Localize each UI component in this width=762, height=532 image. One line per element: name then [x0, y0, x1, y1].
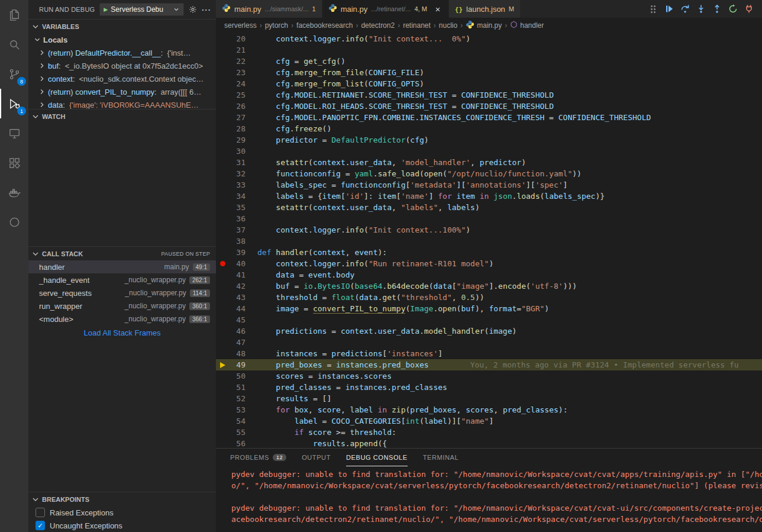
activity-item-source-control[interactable]: 8 [0, 59, 28, 89]
code-line[interactable]: 35 setattr(context.user_data, "labels", … [216, 202, 762, 213]
chevron-right-icon[interactable] [38, 75, 46, 83]
panel-tab-terminal[interactable]: TERMINAL [423, 449, 459, 466]
breakpoint-margin[interactable] [216, 112, 229, 123]
breakpoint-margin[interactable] [216, 134, 229, 146]
code-line[interactable]: 53 for box, score, label in zip(pred_box… [216, 404, 762, 415]
code-line[interactable]: 41 data = event.body [216, 269, 762, 280]
breakpoint-margin[interactable] [216, 157, 229, 168]
activity-item-remote-explorer[interactable] [0, 118, 28, 148]
step-into-button[interactable] [695, 3, 707, 15]
breakpoint-margin[interactable] [216, 404, 229, 415]
code-line[interactable]: 36 [216, 213, 762, 224]
breadcrumb-item[interactable]: facebookresearch [296, 21, 353, 30]
breakpoint-margin[interactable] [216, 337, 229, 348]
variables-scope-row[interactable]: Locals [28, 33, 216, 46]
breakpoint-row[interactable]: ✓Uncaught Exceptions [28, 519, 216, 532]
breakpoints-section-header[interactable]: BREAKPOINTS [28, 492, 216, 506]
watch-section-header[interactable]: WATCH [28, 109, 216, 123]
activity-item-search[interactable] [0, 30, 28, 59]
activity-item-docker[interactable] [0, 178, 28, 207]
stack-frame-row[interactable]: run_wrapper_nuclio_wrapper.py360:1 [28, 299, 216, 312]
breakpoint-margin[interactable] [216, 303, 229, 314]
code-line[interactable]: 30 [216, 146, 762, 157]
step-out-button[interactable] [711, 3, 723, 15]
toolbar-drag-handle[interactable] [647, 3, 659, 15]
breadcrumb-item[interactable]: handler [510, 21, 544, 30]
variable-row[interactable]: (return) DefaultPredictor.__call__:{'ins… [28, 46, 216, 59]
panel-tab-output[interactable]: OUTPUT [302, 449, 331, 466]
step-over-button[interactable] [679, 3, 691, 15]
load-all-stack-frames-link[interactable]: Load All Stack Frames [28, 325, 216, 340]
code-line[interactable]: 55 if score >= threshold: [216, 427, 762, 438]
code-line[interactable]: 48 instances = predictions['instances'] [216, 348, 762, 359]
breadcrumb-item[interactable]: detectron2 [361, 21, 395, 30]
code-line[interactable]: 40 context.logger.info("Run retinanet-R1… [216, 258, 762, 269]
breakpoint-checkbox[interactable]: ✓ [35, 521, 45, 530]
variables-section-header[interactable]: VARIABLES [28, 19, 216, 33]
breakpoint-margin[interactable] [216, 67, 229, 78]
variable-row[interactable]: data:{'image': 'iVBOR0KG=AAAANSUhE… [28, 98, 216, 109]
panel-tab-debug-console[interactable]: DEBUG CONSOLE [346, 449, 408, 466]
code-line[interactable]: 42 buf = io.BytesIO(base64.b64decode(dat… [216, 280, 762, 292]
breakpoint-margin[interactable] [216, 168, 229, 179]
code-line[interactable]: 44 image = convert_PIL_to_numpy(Image.op… [216, 303, 762, 314]
start-debugging-icon[interactable]: ▶ [104, 7, 108, 12]
close-icon[interactable]: × [433, 4, 443, 14]
breadcrumb-item[interactable]: retinanet [403, 21, 431, 30]
code-line[interactable]: 25 cfg.MODEL.RETINANET.SCORE_THRESH_TEST… [216, 89, 762, 101]
activity-item-extensions[interactable] [0, 148, 28, 178]
code-line[interactable]: 56 results.append({ [216, 438, 762, 448]
code-line[interactable]: 21 [216, 44, 762, 56]
breakpoint-margin[interactable] [216, 393, 229, 404]
call-stack-section-header[interactable]: CALL STACK PAUSED ON STEP [28, 246, 216, 260]
breadcrumb-item[interactable]: serverless [224, 21, 257, 30]
breakpoint-margin[interactable] [216, 44, 229, 56]
breakpoint-checkbox[interactable] [35, 508, 45, 517]
breakpoint-margin[interactable] [216, 89, 229, 101]
code-line[interactable]: 37 context.logger.info("Init context...1… [216, 224, 762, 236]
more-actions-icon[interactable]: ··· [202, 5, 211, 14]
code-line[interactable]: 24 cfg.merge_from_list(CONFIG_OPTS) [216, 78, 762, 89]
chevron-right-icon[interactable] [38, 88, 46, 96]
breakpoint-margin[interactable] [216, 258, 229, 269]
breakpoint-margin[interactable] [216, 213, 229, 224]
breakpoint-margin[interactable] [216, 269, 229, 280]
code-line[interactable]: 54 label = COCO_CATEGORIES[int(label)]["… [216, 415, 762, 427]
breakpoint-margin[interactable] [216, 359, 229, 370]
breakpoint-margin[interactable] [216, 191, 229, 202]
breakpoint-margin[interactable] [216, 348, 229, 359]
code-line[interactable]: 28 cfg.freeze() [216, 123, 762, 134]
breakpoint-icon[interactable] [220, 261, 225, 266]
code-line[interactable]: 31 setattr(context.user_data, 'model_han… [216, 157, 762, 168]
code-line[interactable]: 51 pred_classes = instances.pred_classes [216, 382, 762, 393]
stack-frame-row[interactable]: _handle_event_nuclio_wrapper.py262:1 [28, 273, 216, 286]
code-line[interactable]: 34 labels = {item['id']: item['name'] fo… [216, 191, 762, 202]
breakpoint-margin[interactable] [216, 179, 229, 191]
breakpoint-margin[interactable] [216, 292, 229, 303]
editor-tab[interactable]: {}launch.jsonM [449, 0, 521, 18]
code-line[interactable]: 50 scores = instances.scores [216, 370, 762, 382]
breadcrumb-item[interactable]: main.py [466, 20, 502, 31]
code-line[interactable]: 47 [216, 337, 762, 348]
stack-frame-row[interactable]: serve_requests_nuclio_wrapper.py114:1 [28, 286, 216, 299]
activity-item-explorer[interactable] [0, 0, 28, 30]
breakpoint-margin[interactable] [216, 101, 229, 112]
chevron-down-icon[interactable] [33, 36, 41, 44]
code-line[interactable]: 33 labels_spec = functionconfig['metadat… [216, 179, 762, 191]
restart-button[interactable] [727, 3, 739, 15]
code-line[interactable]: 46 predictions = context.user_data.model… [216, 325, 762, 337]
breakpoint-margin[interactable] [216, 438, 229, 448]
gear-icon[interactable] [189, 5, 197, 14]
breakpoint-margin[interactable] [216, 325, 229, 337]
activity-item-test-explorer[interactable] [0, 207, 28, 237]
breakpoint-margin[interactable] [216, 56, 229, 67]
editor-tab[interactable]: main.py.../siammask/...1 [216, 0, 322, 18]
breakpoint-margin[interactable] [216, 382, 229, 393]
variable-row[interactable]: context:<nuclio_sdk.context.Context obje… [28, 72, 216, 85]
variable-row[interactable]: buf:<_io.BytesIO object at 0x7f5a2dc1ecc… [28, 59, 216, 72]
variable-row[interactable]: (return) convert_PIL_to_numpy:array([[[ … [28, 85, 216, 98]
breakpoint-margin[interactable] [216, 202, 229, 213]
continue-button[interactable] [663, 3, 675, 15]
breakpoint-margin[interactable] [216, 280, 229, 292]
breakpoint-margin[interactable] [216, 236, 229, 247]
